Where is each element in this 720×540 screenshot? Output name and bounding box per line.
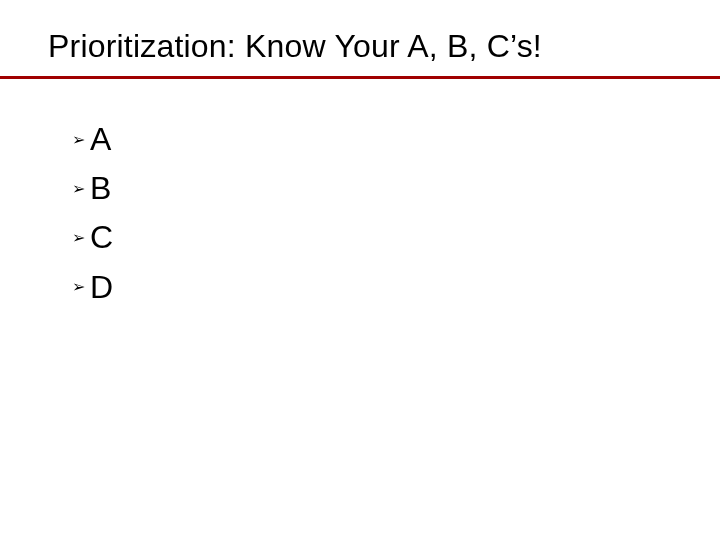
bullet-list: ➢ A ➢ B ➢ C ➢ D bbox=[72, 112, 113, 315]
list-item-label: C bbox=[90, 216, 113, 259]
chevron-right-icon: ➢ bbox=[72, 181, 90, 197]
list-item: ➢ B bbox=[72, 167, 113, 210]
list-item: ➢ A bbox=[72, 118, 113, 161]
title-underline-rule bbox=[0, 76, 720, 79]
slide-title: Prioritization: Know Your A, B, C’s! bbox=[48, 28, 672, 65]
list-item: ➢ D bbox=[72, 266, 113, 309]
slide: Prioritization: Know Your A, B, C’s! ➢ A… bbox=[0, 0, 720, 540]
list-item-label: D bbox=[90, 266, 113, 309]
chevron-right-icon: ➢ bbox=[72, 230, 90, 246]
list-item: ➢ C bbox=[72, 216, 113, 259]
list-item-label: A bbox=[90, 118, 111, 161]
list-item-label: B bbox=[90, 167, 111, 210]
chevron-right-icon: ➢ bbox=[72, 132, 90, 148]
chevron-right-icon: ➢ bbox=[72, 279, 90, 295]
